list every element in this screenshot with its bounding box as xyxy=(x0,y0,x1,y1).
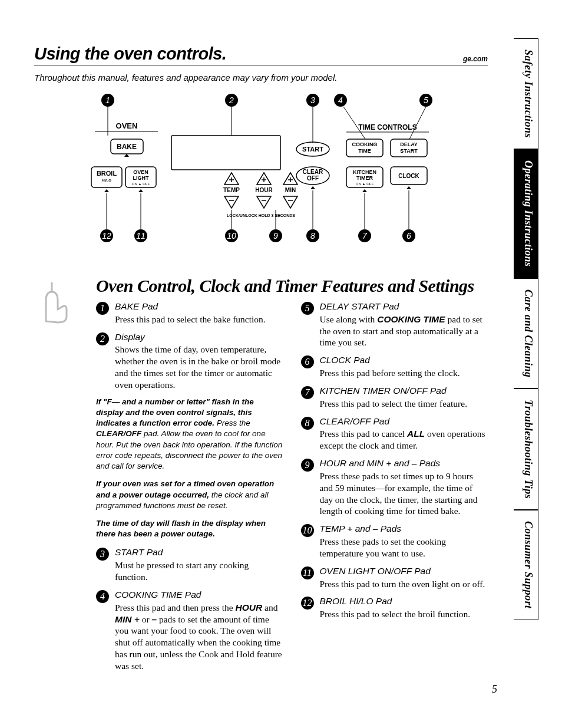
svg-marker-70 xyxy=(104,189,109,192)
svg-text:OVEN: OVEN xyxy=(116,121,138,130)
feature-9: 9 HOUR and MIN + and – PadsPress these p… xyxy=(301,457,488,517)
brand-url: ge.com xyxy=(463,55,488,63)
callout-3: 3 xyxy=(96,548,109,561)
svg-marker-44 xyxy=(283,196,297,208)
feature-body: Press this pad and then press the HOUR a… xyxy=(115,602,283,672)
feature-1: 1 BAKE Pad Press this pad to select the … xyxy=(96,301,283,325)
feature-title: BAKE Pad xyxy=(115,301,283,312)
svg-text:7: 7 xyxy=(362,231,368,241)
feature-8: 8 CLEAR/OFF Pad Press this pad to cancel… xyxy=(301,416,488,452)
svg-text:3: 3 xyxy=(310,95,315,105)
feature-title: CLEAR/OFF Pad xyxy=(320,416,488,427)
svg-text:LIGHT: LIGHT xyxy=(133,175,149,181)
page-number: 5 xyxy=(492,683,497,696)
feature-11: 11 OVEN LIGHT ON/OFF PadPress this pad t… xyxy=(301,565,488,590)
svg-text:CLEAR: CLEAR xyxy=(303,169,323,175)
svg-text:OFF: OFF xyxy=(307,175,319,182)
svg-text:8: 8 xyxy=(310,231,315,241)
feature-body: Shows the time of day, oven temperature,… xyxy=(115,344,283,390)
title-rule xyxy=(34,65,488,65)
svg-text:10: 10 xyxy=(227,231,236,241)
feature-body: Press this pad to select the broil funct… xyxy=(320,608,488,620)
feature-body: Must be pressed to start any cooking fun… xyxy=(115,559,283,583)
svg-text:BAKE: BAKE xyxy=(117,143,137,151)
svg-text:HI/LO: HI/LO xyxy=(102,179,111,182)
callout-8: 8 xyxy=(301,417,314,430)
callout-1: 1 xyxy=(96,302,109,315)
svg-text:COOKING: COOKING xyxy=(352,141,377,147)
feature-6: 6 CLOCK PadPress this pad before setting… xyxy=(301,354,488,379)
callout-top: 1 2 3 4 5 xyxy=(101,94,432,107)
svg-text:5: 5 xyxy=(424,95,428,105)
svg-marker-68 xyxy=(310,186,315,189)
svg-text:KITCHEN: KITCHEN xyxy=(353,169,376,175)
callout-2: 2 xyxy=(96,332,109,345)
feature-title: TEMP + and – Pads xyxy=(320,523,488,535)
callout-6: 6 xyxy=(301,355,314,368)
side-tabs: Safety Instructions Operating Instructio… xyxy=(514,38,538,657)
right-column: 5 DELAY START Pad Use along with COOKING… xyxy=(301,301,488,678)
svg-text:HOUR: HOUR xyxy=(255,187,273,193)
tab-support[interactable]: Consumer Support xyxy=(514,510,538,620)
feature-2: 2 Display Shows the time of day, oven te… xyxy=(96,331,283,391)
feature-title: Display xyxy=(115,331,283,343)
control-panel-diagram: 1 2 3 4 5 OVEN BAKE BROIL HI/LO OVEN LIG… xyxy=(67,93,455,252)
left-column: 1 BAKE Pad Press this pad to select the … xyxy=(96,301,283,678)
feature-title: CLOCK Pad xyxy=(320,354,488,366)
svg-text:12: 12 xyxy=(102,231,111,241)
feature-title: BROIL HI/LO Pad xyxy=(320,595,488,607)
feature-7: 7 KITCHEN TIMER ON/OFF PadPress this pad… xyxy=(301,385,488,410)
callout-7: 7 xyxy=(301,386,314,399)
svg-marker-40 xyxy=(224,196,239,208)
svg-text:TIME: TIME xyxy=(358,148,371,154)
svg-text:6: 6 xyxy=(406,231,411,241)
error-note: If "F— and a number or letter" flash in … xyxy=(96,397,283,472)
feature-body: Press these pads to set the cooking temp… xyxy=(320,536,488,559)
tab-troubleshooting[interactable]: Troubleshooting Tips xyxy=(514,388,538,510)
svg-text:11: 11 xyxy=(136,231,146,241)
callout-4: 4 xyxy=(96,590,109,603)
callout-10: 10 xyxy=(301,524,314,537)
hand-pointing-icon xyxy=(34,280,70,324)
page-content: Using the oven controls. ge.com Througho… xyxy=(34,44,488,678)
feature-title: START Pad xyxy=(115,546,283,558)
svg-text:4: 4 xyxy=(338,95,343,105)
svg-marker-66 xyxy=(406,186,411,189)
svg-text:9: 9 xyxy=(273,231,278,241)
section-title: Oven Control, Clock and Timer Features a… xyxy=(96,276,488,296)
svg-marker-42 xyxy=(257,196,271,208)
feature-title: KITCHEN TIMER ON/OFF Pad xyxy=(320,385,488,397)
feature-body: Press this pad to turn the oven light on… xyxy=(320,578,488,590)
flash-note: The time of day will flash in the displa… xyxy=(96,518,283,539)
feature-5: 5 DELAY START Pad Use along with COOKING… xyxy=(301,301,488,348)
svg-text:1: 1 xyxy=(105,95,110,105)
feature-title: DELAY START Pad xyxy=(320,301,488,312)
svg-text:2: 2 xyxy=(229,95,234,105)
svg-rect-27 xyxy=(171,136,280,170)
svg-text:OVEN: OVEN xyxy=(133,169,148,175)
tab-care[interactable]: Care and Cleaning xyxy=(514,278,538,389)
feature-12: 12 BROIL HI/LO PadPress this pad to sele… xyxy=(301,595,488,620)
feature-body: Press this pad to select the timer featu… xyxy=(320,398,488,410)
svg-marker-69 xyxy=(138,189,143,192)
outage-note: If your oven was set for a timed oven op… xyxy=(96,479,283,511)
svg-text:BROIL: BROIL xyxy=(97,170,117,177)
intro-text: Throughout this manual, features and app… xyxy=(34,73,488,83)
callout-12: 12 xyxy=(301,597,314,610)
callout-5: 5 xyxy=(301,302,314,315)
svg-text:DELAY: DELAY xyxy=(400,141,418,147)
svg-text:START: START xyxy=(302,146,323,153)
tab-operating[interactable]: Operating Instructions xyxy=(514,149,538,278)
feature-title: OVEN LIGHT ON/OFF Pad xyxy=(320,565,488,577)
feature-title: COOKING TIME Pad xyxy=(115,589,283,601)
feature-body: Press this pad before setting the clock. xyxy=(320,367,488,379)
svg-text:CLOCK: CLOCK xyxy=(398,173,419,179)
svg-text:TIMER: TIMER xyxy=(356,175,373,181)
feature-body: Press this pad to select the bake functi… xyxy=(115,314,283,325)
svg-text:ON ▲ OFF: ON ▲ OFF xyxy=(356,182,374,186)
svg-text:START: START xyxy=(400,148,418,154)
tab-safety[interactable]: Safety Instructions xyxy=(514,38,538,149)
svg-text:MIN: MIN xyxy=(285,187,296,193)
svg-text:TEMP: TEMP xyxy=(223,187,240,193)
feature-body: Press these pads to set times up to 9 ho… xyxy=(320,470,488,517)
